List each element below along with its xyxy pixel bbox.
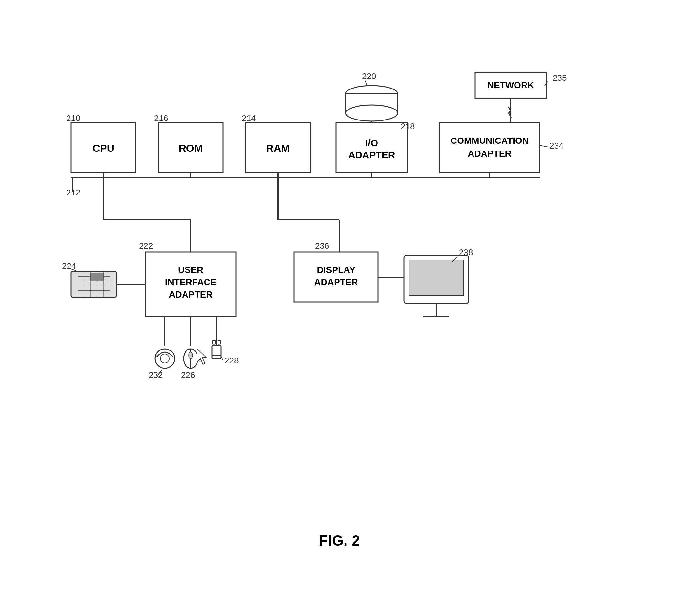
svg-text:232: 232 <box>149 370 163 380</box>
svg-rect-40 <box>145 252 236 317</box>
svg-marker-84 <box>197 349 206 364</box>
svg-point-25 <box>346 86 398 102</box>
svg-text:228: 228 <box>225 356 238 365</box>
svg-line-22 <box>545 82 548 86</box>
svg-text:216: 216 <box>154 113 168 123</box>
svg-point-77 <box>155 349 174 368</box>
svg-point-81 <box>183 349 198 368</box>
svg-text:212: 212 <box>66 188 80 197</box>
svg-rect-9 <box>440 123 540 173</box>
svg-text:218: 218 <box>401 121 415 131</box>
svg-rect-62 <box>71 271 116 297</box>
svg-line-32 <box>365 81 367 86</box>
svg-text:224: 224 <box>62 261 76 271</box>
svg-rect-56 <box>409 260 464 296</box>
svg-text:235: 235 <box>552 73 567 83</box>
svg-text:210: 210 <box>66 113 80 123</box>
svg-rect-0 <box>71 123 136 173</box>
svg-text:COMMUNICATION: COMMUNICATION <box>451 136 529 146</box>
svg-text:INTERFACE: INTERFACE <box>165 277 217 287</box>
svg-rect-2 <box>159 123 223 173</box>
svg-text:220: 220 <box>362 71 376 81</box>
svg-rect-71 <box>90 273 104 281</box>
svg-rect-55 <box>404 255 469 304</box>
svg-line-73 <box>70 269 76 271</box>
svg-text:NETWORK: NETWORK <box>487 80 534 90</box>
figure-caption: FIG. 2 <box>319 532 360 549</box>
svg-point-27 <box>346 105 398 121</box>
svg-rect-26 <box>346 94 398 113</box>
svg-line-94 <box>221 357 223 360</box>
svg-line-60 <box>452 257 457 262</box>
svg-text:I/O: I/O <box>365 138 378 148</box>
svg-text:234: 234 <box>549 141 563 150</box>
svg-text:ADAPTER: ADAPTER <box>169 289 213 299</box>
svg-point-83 <box>189 352 193 358</box>
svg-text:222: 222 <box>139 241 153 251</box>
svg-rect-4 <box>246 123 310 173</box>
svg-text:236: 236 <box>315 241 329 251</box>
svg-text:USER: USER <box>178 265 203 275</box>
svg-text:238: 238 <box>459 247 473 257</box>
svg-rect-90 <box>218 341 220 344</box>
svg-line-24 <box>540 145 548 147</box>
svg-rect-44 <box>294 252 378 302</box>
svg-rect-12 <box>475 73 546 98</box>
svg-rect-89 <box>213 341 215 344</box>
svg-rect-86 <box>212 346 221 358</box>
svg-text:ADAPTER: ADAPTER <box>348 150 395 160</box>
svg-text:ADAPTER: ADAPTER <box>314 277 358 287</box>
svg-rect-6 <box>336 123 407 173</box>
svg-line-80 <box>157 370 162 377</box>
svg-text:DISPLAY: DISPLAY <box>317 265 356 275</box>
svg-text:CPU: CPU <box>92 142 114 154</box>
svg-text:214: 214 <box>242 113 256 123</box>
svg-point-78 <box>160 354 169 363</box>
svg-text:226: 226 <box>181 370 195 380</box>
svg-text:ROM: ROM <box>179 142 203 154</box>
svg-text:RAM: RAM <box>266 142 290 154</box>
svg-text:ADAPTER: ADAPTER <box>468 149 511 158</box>
